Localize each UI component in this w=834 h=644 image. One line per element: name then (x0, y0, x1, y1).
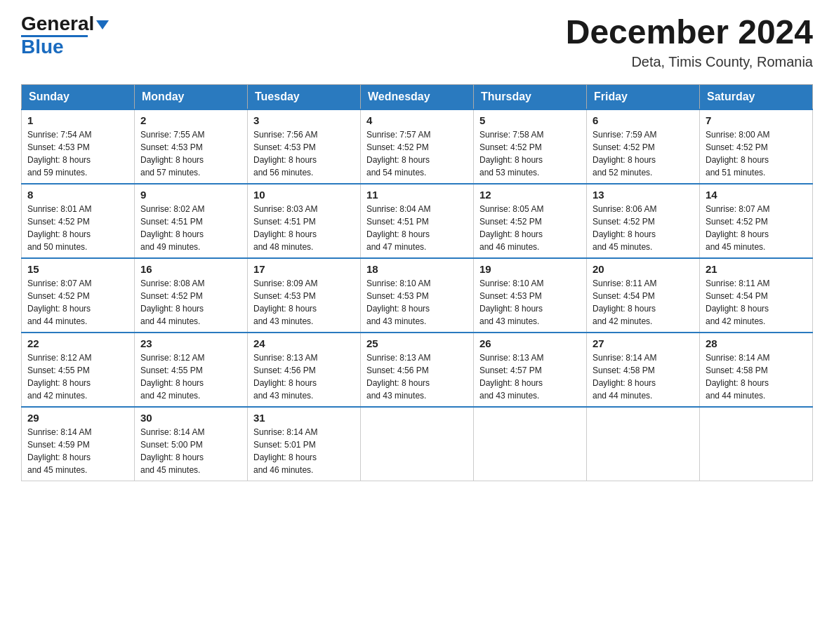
day-header-sunday: Sunday (22, 84, 135, 109)
day-info: Sunrise: 8:14 AM Sunset: 4:58 PM Dayligh… (706, 351, 807, 402)
day-number: 15 (27, 263, 128, 275)
title-block: December 2024 Deta, Timis County, Romani… (566, 14, 813, 70)
day-info: Sunrise: 7:54 AM Sunset: 4:53 PM Dayligh… (27, 128, 128, 179)
calendar-cell: 27Sunrise: 8:14 AM Sunset: 4:58 PM Dayli… (587, 333, 700, 407)
calendar-cell: 4Sunrise: 7:57 AM Sunset: 4:52 PM Daylig… (361, 109, 474, 184)
calendar-cell: 6Sunrise: 7:59 AM Sunset: 4:52 PM Daylig… (587, 109, 700, 184)
day-number: 12 (479, 189, 581, 201)
day-info: Sunrise: 7:59 AM Sunset: 4:52 PM Dayligh… (593, 128, 694, 179)
day-info: Sunrise: 8:09 AM Sunset: 4:53 PM Dayligh… (253, 277, 355, 328)
calendar-cell: 10Sunrise: 8:03 AM Sunset: 4:51 PM Dayli… (248, 184, 361, 258)
day-info: Sunrise: 8:00 AM Sunset: 4:52 PM Dayligh… (706, 128, 807, 179)
calendar-cell: 2Sunrise: 7:55 AM Sunset: 4:53 PM Daylig… (135, 109, 248, 184)
day-number: 17 (253, 263, 355, 275)
calendar-cell: 23Sunrise: 8:12 AM Sunset: 4:55 PM Dayli… (135, 333, 248, 407)
day-info: Sunrise: 8:05 AM Sunset: 4:52 PM Dayligh… (479, 203, 581, 253)
day-number: 1 (27, 114, 128, 126)
week-row-3: 15Sunrise: 8:07 AM Sunset: 4:52 PM Dayli… (22, 258, 813, 333)
day-number: 10 (253, 189, 355, 201)
calendar-cell: 22Sunrise: 8:12 AM Sunset: 4:55 PM Dayli… (22, 333, 135, 407)
day-info: Sunrise: 8:04 AM Sunset: 4:51 PM Dayligh… (366, 203, 468, 253)
logo-blue-text: Blue (21, 36, 64, 58)
day-header-saturday: Saturday (700, 84, 813, 109)
page-header: General Blue December 2024 Deta, Timis C… (21, 14, 813, 70)
day-info: Sunrise: 8:01 AM Sunset: 4:52 PM Dayligh… (27, 203, 128, 253)
logo-general-text: General (21, 14, 94, 34)
day-number: 29 (27, 412, 128, 424)
day-info: Sunrise: 8:14 AM Sunset: 5:01 PM Dayligh… (253, 426, 355, 476)
calendar-cell: 30Sunrise: 8:14 AM Sunset: 5:00 PM Dayli… (135, 407, 248, 481)
day-number: 6 (593, 114, 694, 126)
calendar-cell: 5Sunrise: 7:58 AM Sunset: 4:52 PM Daylig… (474, 109, 587, 184)
week-row-5: 29Sunrise: 8:14 AM Sunset: 4:59 PM Dayli… (22, 407, 813, 481)
calendar-cell: 25Sunrise: 8:13 AM Sunset: 4:56 PM Dayli… (361, 333, 474, 407)
calendar-cell (361, 407, 474, 481)
day-info: Sunrise: 7:56 AM Sunset: 4:53 PM Dayligh… (253, 128, 355, 179)
day-info: Sunrise: 8:07 AM Sunset: 4:52 PM Dayligh… (27, 277, 128, 328)
day-header-friday: Friday (587, 84, 700, 109)
day-info: Sunrise: 7:57 AM Sunset: 4:52 PM Dayligh… (366, 128, 468, 179)
day-number: 21 (706, 263, 807, 275)
calendar-cell: 15Sunrise: 8:07 AM Sunset: 4:52 PM Dayli… (22, 258, 135, 333)
day-number: 16 (140, 263, 241, 275)
calendar-cell: 11Sunrise: 8:04 AM Sunset: 4:51 PM Dayli… (361, 184, 474, 258)
calendar-cell: 3Sunrise: 7:56 AM Sunset: 4:53 PM Daylig… (248, 109, 361, 184)
day-number: 7 (706, 114, 807, 126)
calendar-cell: 19Sunrise: 8:10 AM Sunset: 4:53 PM Dayli… (474, 258, 587, 333)
day-info: Sunrise: 8:11 AM Sunset: 4:54 PM Dayligh… (706, 277, 807, 328)
calendar-cell: 13Sunrise: 8:06 AM Sunset: 4:52 PM Dayli… (587, 184, 700, 258)
day-info: Sunrise: 8:13 AM Sunset: 4:56 PM Dayligh… (253, 351, 355, 402)
week-row-2: 8Sunrise: 8:01 AM Sunset: 4:52 PM Daylig… (22, 184, 813, 258)
calendar-cell: 31Sunrise: 8:14 AM Sunset: 5:01 PM Dayli… (248, 407, 361, 481)
calendar-cell: 18Sunrise: 8:10 AM Sunset: 4:53 PM Dayli… (361, 258, 474, 333)
calendar-cell: 21Sunrise: 8:11 AM Sunset: 4:54 PM Dayli… (700, 258, 813, 333)
day-number: 13 (593, 189, 694, 201)
day-header-tuesday: Tuesday (248, 84, 361, 109)
day-info: Sunrise: 7:55 AM Sunset: 4:53 PM Dayligh… (140, 128, 241, 179)
day-number: 23 (140, 337, 241, 349)
day-number: 14 (706, 189, 807, 201)
day-info: Sunrise: 8:07 AM Sunset: 4:52 PM Dayligh… (706, 203, 807, 253)
location-subtitle: Deta, Timis County, Romania (566, 54, 813, 70)
day-number: 19 (479, 263, 581, 275)
day-number: 22 (27, 337, 128, 349)
calendar-cell (587, 407, 700, 481)
calendar-cell: 7Sunrise: 8:00 AM Sunset: 4:52 PM Daylig… (700, 109, 813, 184)
day-number: 3 (253, 114, 355, 126)
week-row-1: 1Sunrise: 7:54 AM Sunset: 4:53 PM Daylig… (22, 109, 813, 184)
day-info: Sunrise: 8:12 AM Sunset: 4:55 PM Dayligh… (27, 351, 128, 402)
day-info: Sunrise: 8:13 AM Sunset: 4:56 PM Dayligh… (366, 351, 468, 402)
calendar-header-row: SundayMondayTuesdayWednesdayThursdayFrid… (22, 84, 813, 109)
calendar-cell: 17Sunrise: 8:09 AM Sunset: 4:53 PM Dayli… (248, 258, 361, 333)
day-number: 31 (253, 412, 355, 424)
day-number: 4 (366, 114, 468, 126)
calendar-cell: 28Sunrise: 8:14 AM Sunset: 4:58 PM Dayli… (700, 333, 813, 407)
calendar-cell: 24Sunrise: 8:13 AM Sunset: 4:56 PM Dayli… (248, 333, 361, 407)
calendar-cell: 16Sunrise: 8:08 AM Sunset: 4:52 PM Dayli… (135, 258, 248, 333)
day-info: Sunrise: 8:14 AM Sunset: 4:58 PM Dayligh… (593, 351, 694, 402)
calendar-table: SundayMondayTuesdayWednesdayThursdayFrid… (21, 84, 813, 481)
day-info: Sunrise: 8:02 AM Sunset: 4:51 PM Dayligh… (140, 203, 241, 253)
week-row-4: 22Sunrise: 8:12 AM Sunset: 4:55 PM Dayli… (22, 333, 813, 407)
day-number: 5 (479, 114, 581, 126)
calendar-cell: 8Sunrise: 8:01 AM Sunset: 4:52 PM Daylig… (22, 184, 135, 258)
day-number: 26 (479, 337, 581, 349)
calendar-cell: 9Sunrise: 8:02 AM Sunset: 4:51 PM Daylig… (135, 184, 248, 258)
day-number: 24 (253, 337, 355, 349)
calendar-cell: 1Sunrise: 7:54 AM Sunset: 4:53 PM Daylig… (22, 109, 135, 184)
day-number: 27 (593, 337, 694, 349)
day-number: 11 (366, 189, 468, 201)
day-header-monday: Monday (135, 84, 248, 109)
calendar-cell: 14Sunrise: 8:07 AM Sunset: 4:52 PM Dayli… (700, 184, 813, 258)
calendar-title: December 2024 (566, 14, 813, 51)
calendar-cell: 26Sunrise: 8:13 AM Sunset: 4:57 PM Dayli… (474, 333, 587, 407)
calendar-cell (474, 407, 587, 481)
day-info: Sunrise: 8:14 AM Sunset: 5:00 PM Dayligh… (140, 426, 241, 476)
day-number: 8 (27, 189, 128, 201)
day-info: Sunrise: 8:14 AM Sunset: 4:59 PM Dayligh… (27, 426, 128, 476)
day-info: Sunrise: 7:58 AM Sunset: 4:52 PM Dayligh… (479, 128, 581, 179)
day-info: Sunrise: 8:06 AM Sunset: 4:52 PM Dayligh… (593, 203, 694, 253)
day-info: Sunrise: 8:03 AM Sunset: 4:51 PM Dayligh… (253, 203, 355, 253)
calendar-cell: 20Sunrise: 8:11 AM Sunset: 4:54 PM Dayli… (587, 258, 700, 333)
day-number: 9 (140, 189, 241, 201)
